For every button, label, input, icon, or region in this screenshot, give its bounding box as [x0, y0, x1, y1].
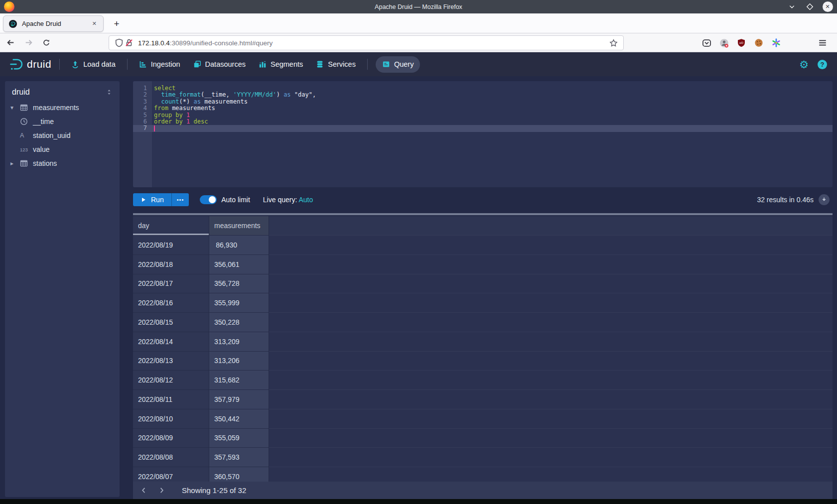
sidebar-item-station_uuid[interactable]: Astation_uuid: [5, 128, 120, 142]
cell-filler: [269, 371, 833, 390]
shield-icon[interactable]: [114, 38, 124, 48]
sidebar-item-__time[interactable]: __time: [5, 115, 120, 128]
help-icon[interactable]: ?: [818, 60, 827, 69]
window-close-icon[interactable]: ✕: [822, 1, 833, 12]
sidebar-item-measurements[interactable]: ▾measurements: [5, 101, 120, 115]
tree-label: station_uuid: [33, 131, 71, 139]
browser-tab[interactable]: Apache Druid ✕: [3, 15, 104, 32]
extension-disabled-icon[interactable]: [719, 38, 729, 48]
cell-day[interactable]: 2022/08/15: [133, 313, 209, 332]
number-icon: 123: [20, 147, 33, 152]
cell-day[interactable]: 2022/08/07: [133, 467, 209, 482]
settings-gear-icon[interactable]: ⚙: [799, 59, 809, 70]
next-page-icon[interactable]: [154, 483, 169, 498]
table-row: 2022/08/07360,570: [133, 467, 833, 482]
cell-measurements[interactable]: 356,728: [209, 274, 269, 294]
segments-icon: [259, 60, 267, 68]
forward-icon[interactable]: [21, 35, 36, 50]
cell-measurements[interactable]: 355,999: [209, 293, 269, 313]
cell-day[interactable]: 2022/08/12: [133, 371, 209, 390]
column-header-day[interactable]: day: [133, 216, 209, 236]
cell-day[interactable]: 2022/08/16: [133, 293, 209, 313]
sql-editor[interactable]: 1234567 select time_format(__time, 'YYYY…: [133, 81, 833, 187]
druid-brand[interactable]: druid: [6, 57, 54, 72]
auto-limit-toggle[interactable]: [200, 195, 217, 204]
cell-measurements[interactable]: 355,059: [209, 429, 269, 448]
nav-items: Load dataIngestionDatasourcesSegmentsSer…: [54, 52, 423, 76]
window-chevron-down-icon[interactable]: [786, 1, 797, 12]
download-icon[interactable]: [819, 194, 830, 205]
sparkle-icon[interactable]: [771, 38, 781, 48]
panel-splitter[interactable]: [133, 213, 833, 215]
results-table: daymeasurements2022/08/1986,9302022/08/1…: [133, 216, 833, 482]
cell-measurements[interactable]: 360,570: [209, 467, 269, 482]
code-line: time_format(__time, 'YYYY/MM/dd') as "da…: [152, 92, 833, 98]
chevron-down-icon[interactable]: ▾: [10, 104, 20, 111]
live-query-label[interactable]: Live query: Auto: [263, 196, 313, 204]
tree-label: measurements: [33, 104, 79, 112]
cell-measurements[interactable]: 86,930: [209, 236, 269, 255]
sidebar-item-stations[interactable]: ▸stations: [5, 156, 120, 170]
nav-item-label: Datasources: [205, 60, 246, 68]
nav-item-ingestion[interactable]: Ingestion: [133, 52, 187, 76]
cell-day[interactable]: 2022/08/11: [133, 390, 209, 409]
cell-measurements[interactable]: 357,593: [209, 448, 269, 467]
schema-name: druid: [12, 88, 106, 97]
cell-day[interactable]: 2022/08/17: [133, 274, 209, 294]
cell-measurements[interactable]: 350,228: [209, 313, 269, 332]
nav-item-label: Services: [328, 60, 356, 68]
ublock-icon[interactable]: uO: [736, 38, 746, 48]
line-number: 2: [133, 92, 152, 98]
line-number: 3: [133, 99, 152, 105]
cell-day[interactable]: 2022/08/18: [133, 255, 209, 274]
cell-filler: [269, 390, 833, 409]
nav-item-services[interactable]: Services: [309, 52, 362, 76]
run-more-button[interactable]: •••: [171, 193, 189, 206]
double-caret-icon[interactable]: [106, 89, 113, 96]
insecure-lock-icon[interactable]: [124, 38, 134, 48]
prev-page-icon[interactable]: [136, 483, 151, 498]
table-row: 2022/08/1986,930: [133, 236, 833, 255]
druid-logo-icon: [9, 57, 24, 72]
back-icon[interactable]: [3, 35, 18, 50]
cell-day[interactable]: 2022/08/13: [133, 352, 209, 371]
cell-measurements[interactable]: 357,979: [209, 390, 269, 409]
cell-filler: [269, 332, 833, 352]
pocket-icon[interactable]: [701, 38, 711, 48]
cell-measurements[interactable]: 315,682: [209, 371, 269, 390]
run-button[interactable]: Run: [133, 193, 171, 206]
cell-day[interactable]: 2022/08/19: [133, 236, 209, 255]
url-bar[interactable]: 172.18.0.4:30899/unified-console.html#qu…: [109, 35, 624, 50]
schema-header: druid: [5, 81, 120, 101]
schema-sidebar: druid ▾measurements__timeAstation_uuid12…: [5, 81, 120, 497]
nav-item-query[interactable]: Query: [376, 56, 420, 73]
chevron-right-icon[interactable]: ▸: [10, 160, 20, 167]
cell-measurements[interactable]: 313,209: [209, 332, 269, 352]
cell-measurements[interactable]: 356,061: [209, 255, 269, 274]
table-icon: [20, 104, 33, 112]
cell-measurements[interactable]: 350,442: [209, 409, 269, 429]
reload-icon[interactable]: [39, 35, 54, 50]
nav-item-datasources[interactable]: Datasources: [187, 52, 252, 76]
nav-item-segments[interactable]: Segments: [252, 52, 309, 76]
tab-close-icon[interactable]: ✕: [90, 19, 99, 28]
nav-item-load-data[interactable]: Load data: [65, 52, 122, 76]
bookmark-star-icon[interactable]: [608, 38, 618, 48]
sidebar-item-value[interactable]: 123value: [5, 142, 120, 156]
tree-label: __time: [33, 118, 54, 126]
window-maximize-icon[interactable]: [804, 1, 815, 12]
new-tab-button[interactable]: +: [110, 17, 124, 30]
hamburger-menu-icon[interactable]: [815, 35, 830, 50]
play-icon: [140, 197, 146, 203]
extension-icons: uO: [701, 33, 781, 52]
table-row: 2022/08/10350,442: [133, 409, 833, 429]
cell-day[interactable]: 2022/08/08: [133, 448, 209, 467]
cell-day[interactable]: 2022/08/09: [133, 429, 209, 448]
code-line: group by 1: [152, 112, 833, 119]
cell-measurements[interactable]: 313,206: [209, 352, 269, 371]
cookie-icon[interactable]: [754, 38, 764, 48]
table-row: 2022/08/08357,593: [133, 448, 833, 467]
column-header-measurements[interactable]: measurements: [209, 216, 269, 236]
cell-day[interactable]: 2022/08/10: [133, 409, 209, 429]
cell-day[interactable]: 2022/08/14: [133, 332, 209, 352]
